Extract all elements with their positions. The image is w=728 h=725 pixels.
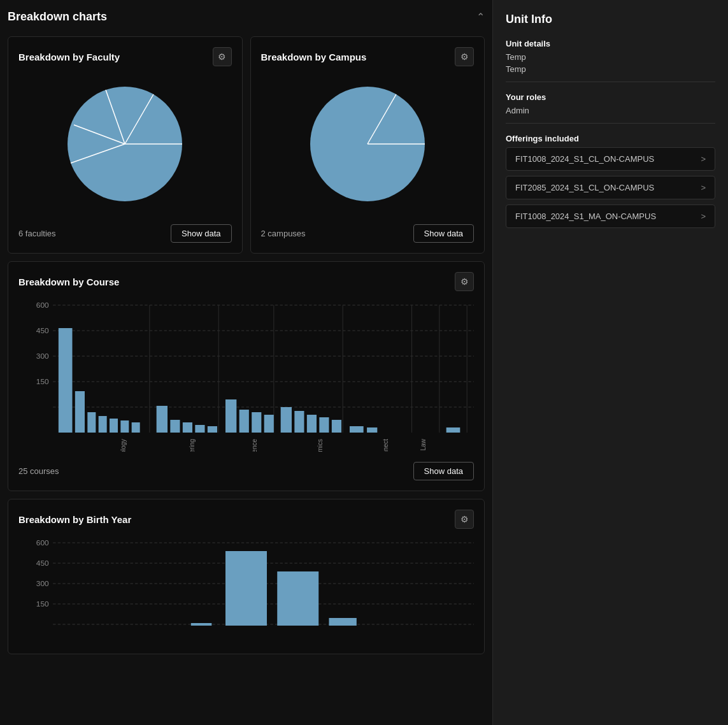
svg-rect-67 xyxy=(329,618,357,626)
sidebar: Unit Info Unit details Temp Temp Your ro… xyxy=(492,0,728,725)
svg-text:600: 600 xyxy=(36,301,49,309)
svg-text:Information Technology: Information Technology xyxy=(120,438,127,452)
birth-year-chart-title: Breakdown by Birth Year xyxy=(18,514,131,525)
roles-label: Your roles xyxy=(506,92,715,102)
svg-rect-36 xyxy=(208,426,217,433)
app-layout: Breakdown charts ⌃ Breakdown by Faculty … xyxy=(0,0,728,725)
offering-label-0: FIT1008_2024_S1_CL_ON-CAMPUS xyxy=(515,154,654,164)
svg-text:150: 150 xyxy=(36,600,49,608)
offerings-label: Offerings included xyxy=(506,134,715,143)
sidebar-divider-2 xyxy=(506,123,715,124)
svg-text:450: 450 xyxy=(36,327,49,334)
faculty-pie-container xyxy=(18,74,232,214)
course-chart-footer: 25 courses Show data xyxy=(18,462,474,480)
faculty-chart-header: Breakdown by Faculty ⚙ xyxy=(18,47,232,66)
faculty-chart-card: Breakdown by Faculty ⚙ xyxy=(8,36,243,254)
svg-rect-30 xyxy=(120,420,129,433)
svg-rect-32 xyxy=(157,406,168,433)
svg-rect-48 xyxy=(446,427,460,433)
svg-text:Law: Law xyxy=(420,439,427,451)
campus-pie-container xyxy=(261,74,475,214)
birth-year-bar-chart: 600 450 300 150 xyxy=(18,536,474,638)
svg-rect-42 xyxy=(294,411,304,433)
birth-year-gear-button[interactable]: ⚙ xyxy=(455,510,474,529)
unit-details-label: Unit details xyxy=(506,39,715,48)
faculty-count: 6 faculties xyxy=(18,229,56,238)
svg-rect-26 xyxy=(75,391,85,433)
faculty-pie-chart xyxy=(55,74,195,214)
svg-text:English Connect: English Connect xyxy=(382,439,389,452)
svg-rect-34 xyxy=(183,422,192,433)
svg-rect-44 xyxy=(319,417,329,433)
svg-rect-65 xyxy=(225,551,267,626)
course-chart-header: Breakdown by Course ⚙ xyxy=(18,272,474,291)
svg-rect-29 xyxy=(110,419,118,433)
unit-temp-1: Temp xyxy=(506,52,715,62)
svg-rect-40 xyxy=(264,415,274,433)
campus-chart-footer: 2 campuses Show data xyxy=(261,224,475,243)
faculty-gear-button[interactable]: ⚙ xyxy=(213,47,232,66)
svg-text:600: 600 xyxy=(36,539,49,547)
offering-item-1[interactable]: FIT2085_2024_S1_CL_ON-CAMPUS > xyxy=(506,176,715,199)
svg-rect-43 xyxy=(307,415,317,433)
campus-chart-card: Breakdown by Campus ⚙ 2 campuses Show da… xyxy=(250,36,485,254)
course-bar-chart-area: 600 450 300 150 xyxy=(18,299,474,452)
svg-text:300: 300 xyxy=(36,580,49,587)
birth-year-chart-header: Breakdown by Birth Year ⚙ xyxy=(18,510,474,529)
offering-label-2: FIT1008_2024_S1_MA_ON-CAMPUS xyxy=(515,212,656,221)
birth-year-chart-card: Breakdown by Birth Year ⚙ 600 450 300 15… xyxy=(8,499,485,654)
faculty-chart-footer: 6 faculties Show data xyxy=(18,224,232,243)
campus-pie-chart xyxy=(297,74,438,214)
campus-gear-button[interactable]: ⚙ xyxy=(455,47,474,66)
page-title: Breakdown charts xyxy=(8,10,107,24)
svg-rect-35 xyxy=(195,425,204,433)
svg-rect-38 xyxy=(239,410,249,433)
campus-count: 2 campuses xyxy=(261,229,306,238)
course-chart-title: Breakdown by Course xyxy=(18,276,119,287)
svg-rect-66 xyxy=(277,571,318,626)
campus-show-data-button[interactable]: Show data xyxy=(413,224,474,243)
svg-text:150: 150 xyxy=(36,378,49,385)
svg-rect-64 xyxy=(191,623,212,626)
page-header: Breakdown charts ⌃ xyxy=(8,8,485,26)
offering-label-1: FIT2085_2024_S1_CL_ON-CAMPUS xyxy=(515,183,654,192)
svg-rect-41 xyxy=(281,407,292,433)
course-count: 25 courses xyxy=(18,466,59,476)
svg-rect-37 xyxy=(225,399,236,433)
svg-rect-33 xyxy=(170,420,180,433)
main-panel: Breakdown charts ⌃ Breakdown by Faculty … xyxy=(0,0,492,725)
svg-text:300: 300 xyxy=(36,352,49,360)
svg-rect-45 xyxy=(332,420,341,433)
offering-chevron-0: > xyxy=(701,154,706,164)
svg-rect-46 xyxy=(350,426,364,433)
course-show-data-button[interactable]: Show data xyxy=(413,462,474,480)
sidebar-divider-1 xyxy=(506,82,715,82)
svg-rect-39 xyxy=(252,412,261,433)
offering-chevron-1: > xyxy=(701,183,706,192)
offering-item-2[interactable]: FIT1008_2024_S1_MA_ON-CAMPUS > xyxy=(506,205,715,228)
svg-rect-27 xyxy=(87,412,96,433)
sidebar-title: Unit Info xyxy=(506,13,715,26)
course-chart-card: Breakdown by Course ⚙ 600 450 300 150 xyxy=(8,261,485,491)
svg-text:450: 450 xyxy=(36,559,49,567)
svg-text:Business and Economics: Business and Economics xyxy=(316,439,323,452)
svg-rect-28 xyxy=(99,416,107,433)
faculty-show-data-button[interactable]: Show data xyxy=(171,224,231,243)
unit-temp-2: Temp xyxy=(506,64,715,74)
svg-rect-47 xyxy=(367,427,377,433)
top-charts-row: Breakdown by Faculty ⚙ xyxy=(8,36,485,254)
svg-text:Science: Science xyxy=(250,439,257,452)
course-bar-chart: 600 450 300 150 xyxy=(18,299,474,452)
collapse-icon[interactable]: ⌃ xyxy=(476,11,485,23)
offering-item-0[interactable]: FIT1008_2024_S1_CL_ON-CAMPUS > xyxy=(506,147,715,171)
offering-chevron-2: > xyxy=(701,212,706,221)
svg-text:Engineering: Engineering xyxy=(189,439,196,452)
role-value: Admin xyxy=(506,106,715,115)
campus-chart-title: Breakdown by Campus xyxy=(261,52,367,62)
faculty-chart-title: Breakdown by Faculty xyxy=(18,52,120,62)
svg-rect-25 xyxy=(59,328,73,433)
birth-year-bar-chart-area: 600 450 300 150 xyxy=(18,536,474,638)
course-gear-button[interactable]: ⚙ xyxy=(455,272,474,291)
svg-rect-31 xyxy=(132,422,140,433)
campus-chart-header: Breakdown by Campus ⚙ xyxy=(261,47,475,66)
